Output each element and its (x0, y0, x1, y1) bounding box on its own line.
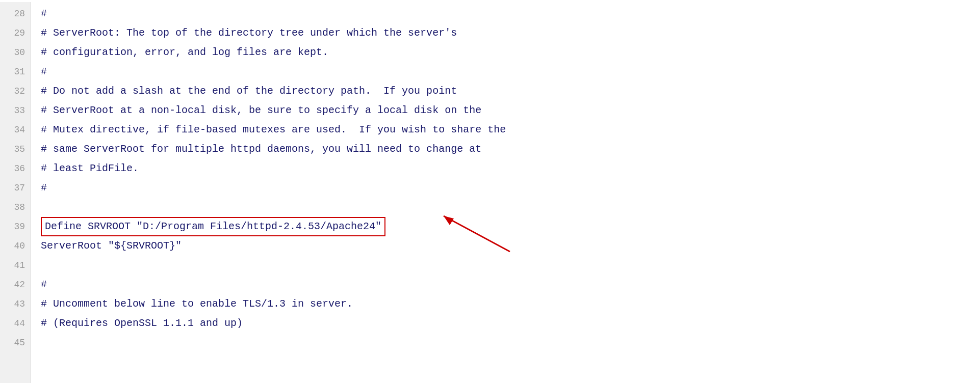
line-number-43: 43 (0, 294, 25, 314)
line-number-38: 38 (0, 198, 25, 217)
code-line-31: # (41, 62, 980, 81)
code-line-41 (41, 256, 980, 275)
line-number-37: 37 (0, 178, 25, 198)
code-line-37: # (41, 178, 980, 198)
code-editor: 282930313233343536373839404142434445 ## … (0, 0, 980, 383)
code-line-33: # ServerRoot at a non-local disk, be sur… (41, 101, 980, 120)
line-number-31: 31 (0, 62, 25, 81)
line-number-45: 45 (0, 333, 25, 352)
line-number-42: 42 (0, 275, 25, 294)
code-line-39: Define SRVROOT "D:/Program Files/httpd-2… (41, 217, 980, 236)
code-line-32: # Do not add a slash at the end of the d… (41, 81, 980, 101)
code-line-44: # (Requires OpenSSL 1.1.1 and up) (41, 314, 980, 333)
code-line-43: # Uncomment below line to enable TLS/1.3… (41, 294, 980, 314)
code-line-34: # Mutex directive, if file-based mutexes… (41, 120, 980, 140)
code-line-45 (41, 333, 980, 352)
code-line-28: # (41, 4, 980, 23)
code-content-area: ## ServerRoot: The top of the directory … (31, 2, 980, 383)
line-number-34: 34 (0, 120, 25, 140)
code-line-42: # (41, 275, 980, 294)
line-number-29: 29 (0, 23, 25, 43)
line-number-41: 41 (0, 256, 25, 275)
code-line-36: # least PidFile. (41, 159, 980, 178)
line-number-32: 32 (0, 81, 25, 101)
code-line-30: # configuration, error, and log files ar… (41, 43, 980, 62)
line-number-36: 36 (0, 159, 25, 178)
highlighted-line-content: Define SRVROOT "D:/Program Files/httpd-2… (41, 217, 385, 236)
code-line-40: ServerRoot "${SRVROOT}" (41, 236, 980, 256)
line-number-gutter: 282930313233343536373839404142434445 (0, 2, 31, 383)
code-line-38 (41, 198, 980, 217)
line-number-33: 33 (0, 101, 25, 120)
line-number-35: 35 (0, 140, 25, 159)
line-number-40: 40 (0, 236, 25, 256)
line-number-39: 39 (0, 217, 25, 236)
line-number-44: 44 (0, 314, 25, 333)
line-number-28: 28 (0, 4, 25, 23)
line-number-30: 30 (0, 43, 25, 62)
code-line-35: # same ServerRoot for multiple httpd dae… (41, 140, 980, 159)
code-line-29: # ServerRoot: The top of the directory t… (41, 23, 980, 43)
